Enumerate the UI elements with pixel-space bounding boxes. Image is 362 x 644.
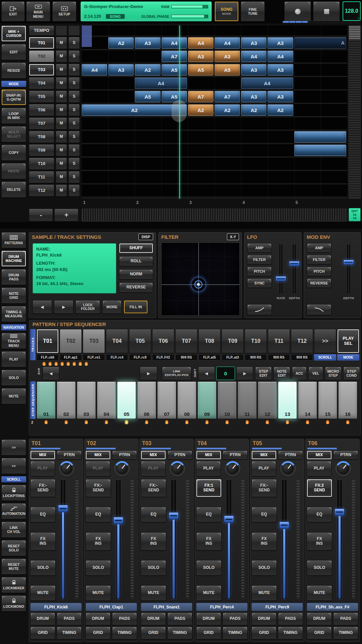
pattern-slot-t01[interactable]: T01 xyxy=(37,329,59,353)
solo-button-t09[interactable]: S xyxy=(68,144,80,156)
side-timing-measure[interactable]: TIMING & MEASURE xyxy=(1,306,26,322)
pads-button[interactable]: PADS xyxy=(278,612,303,625)
reverse-button[interactable]: REVERSE xyxy=(119,282,153,292)
ptrn-button[interactable]: PTRN xyxy=(112,450,137,460)
solo-button-t07[interactable]: S xyxy=(68,117,80,129)
mix-side-reset-solo[interactable]: RESET SOLO xyxy=(1,540,26,556)
arrangement-clip-a7[interactable]: A7 xyxy=(162,51,187,62)
arrangement-clip-a5[interactable]: A5 xyxy=(215,64,240,75)
arr-tool-resize[interactable]: RESIZE xyxy=(1,62,26,78)
mod-env-shape-button[interactable] xyxy=(307,304,331,315)
normalize-button[interactable]: NORM xyxy=(119,269,153,279)
arr-tool-snap-in-g-qntm[interactable]: SNAP-IN: G-QNTM xyxy=(1,89,26,105)
arr-tool-delete[interactable]: DELETE xyxy=(1,181,26,198)
channel-fader[interactable] xyxy=(56,478,82,601)
side-patterns[interactable]: PATTERNS xyxy=(1,232,26,248)
eq-button[interactable]: EQ xyxy=(307,507,332,522)
grid-button[interactable]: GRID xyxy=(141,627,166,639)
mute-button-t01[interactable]: M xyxy=(56,37,67,49)
shift-next-button[interactable]: ▶ xyxy=(236,367,253,380)
mute-button-t11[interactable]: M xyxy=(56,171,67,183)
side-solo[interactable]: SOLO xyxy=(1,370,26,386)
mix-side-lockptrns[interactable]: LOCKPTRNS xyxy=(1,485,26,501)
pattern-slot-t12[interactable]: T12 xyxy=(291,329,313,353)
track-label-t12[interactable]: T12 xyxy=(29,184,54,197)
ptrn-button[interactable]: PTRN xyxy=(167,450,192,460)
track-label-t04[interactable]: T04 xyxy=(29,77,54,89)
channel-fader[interactable] xyxy=(111,478,137,601)
pattern-slot-t08[interactable]: T08 xyxy=(198,329,221,353)
arrangement-clip-a2[interactable]: A2 xyxy=(241,104,266,116)
lfo-rate-slider[interactable] xyxy=(275,244,287,294)
arrangement-clip-a5[interactable]: A5 xyxy=(162,91,187,102)
arrangement-vertical-scrollbar[interactable] xyxy=(349,25,361,199)
side-drum-machine[interactable]: DRUM MACHINE xyxy=(1,251,26,267)
side-note-grid[interactable]: NOTE GRID xyxy=(1,287,26,304)
step-pad-06[interactable]: 06 xyxy=(137,381,156,419)
channel-fader[interactable] xyxy=(166,478,192,601)
volume-knob[interactable] xyxy=(59,461,74,476)
side-drum-pads[interactable]: DRUM PADS xyxy=(1,269,26,285)
mute-button-t04[interactable]: M xyxy=(56,77,67,89)
arrangement-clip-a4[interactable]: A4 xyxy=(241,77,293,89)
solo-button[interactable]: SOLO xyxy=(30,560,56,576)
side-mute[interactable]: MUTE xyxy=(1,388,26,404)
pattern-slot-t10[interactable]: T10 xyxy=(245,329,267,353)
play-button[interactable]: PLAY xyxy=(307,461,331,476)
roll-button[interactable]: ROLL xyxy=(119,256,153,266)
next-sample-button[interactable]: ▶ xyxy=(54,300,73,314)
fx-ins-button[interactable]: FX INS xyxy=(196,532,222,550)
arrangement-zoom-scrollbar[interactable] xyxy=(82,209,347,221)
pattern-slot-t11[interactable]: T11 xyxy=(268,329,290,353)
arrangement-clip-a3[interactable]: A3 xyxy=(267,64,293,75)
arrangement-clip-a3[interactable]: A3 xyxy=(267,37,293,49)
lfo-sync-button[interactable]: SYNC xyxy=(247,278,272,288)
setup-button[interactable]: SETUP xyxy=(52,1,76,21)
pattern-slot-t09[interactable]: T09 xyxy=(222,329,244,353)
mute-button-t10[interactable]: M xyxy=(56,158,67,170)
solo-button[interactable]: SOLO xyxy=(85,560,111,576)
main-menu-button[interactable]: MAIN MENU xyxy=(26,1,50,21)
velocity-button[interactable]: VEL xyxy=(308,367,323,380)
arrangement-clip-a2[interactable]: A2 xyxy=(82,104,187,116)
volume-knob[interactable] xyxy=(170,461,185,476)
arrangement-clip-a4[interactable]: A4 xyxy=(241,51,266,62)
tempo-label[interactable]: TEMPO xyxy=(29,25,54,36)
mix-button[interactable]: MIX xyxy=(307,450,332,460)
lfo-depth-slider[interactable] xyxy=(289,244,300,294)
track-label-t08[interactable]: T08 xyxy=(29,131,54,143)
grid-button[interactable]: GRID xyxy=(196,627,221,639)
grid-button[interactable]: GRID xyxy=(85,627,111,639)
grid-button[interactable]: GRID xyxy=(307,627,332,639)
track-label-t09[interactable]: T09 xyxy=(29,144,54,156)
arr-tool-mrk-cursor[interactable]: MRK + CURSOR xyxy=(1,25,26,42)
step-pad-11[interactable]: 11 xyxy=(238,381,257,419)
timing-button[interactable]: TIMING xyxy=(57,627,82,639)
arrangement-clip[interactable] xyxy=(294,131,346,143)
mod-env-depth-slider[interactable] xyxy=(343,244,354,294)
mute-button-t12[interactable]: M xyxy=(56,184,67,197)
lfo-waveform-button[interactable] xyxy=(247,304,272,315)
mix-side-[interactable]: >> xyxy=(1,439,26,455)
solo-button-t06[interactable]: S xyxy=(68,104,80,116)
pads-button[interactable]: PADS xyxy=(112,612,137,625)
solo-button-t01[interactable]: S xyxy=(68,37,80,49)
track-label-t01[interactable]: T01 xyxy=(29,37,54,49)
mute-button[interactable]: MUTE xyxy=(85,585,111,601)
lock-folder-button[interactable]: LOCK FOLDER xyxy=(75,300,100,314)
prev-sample-button[interactable]: ◀ xyxy=(33,300,52,314)
arr-tool-edit[interactable]: EDIT xyxy=(1,44,26,60)
pattern-slot-t05[interactable]: T05 xyxy=(129,329,151,353)
step-cond-button[interactable]: STEP COND xyxy=(343,367,360,380)
record-button[interactable] xyxy=(284,1,311,21)
link-edit-play-pos-button[interactable]: LINK EDIT/PLAY-POS xyxy=(162,367,191,380)
fx-send-button[interactable]: FX:2 SEND xyxy=(307,479,332,497)
arrangement-clip-a4[interactable]: A4 xyxy=(188,37,214,49)
arrangement-clip-a3[interactable]: A3 xyxy=(241,91,266,102)
play-button[interactable]: PLAY xyxy=(141,461,166,476)
ptrn-button[interactable]: PTRN xyxy=(223,450,248,460)
play-button[interactable]: PLAY xyxy=(251,461,276,476)
eq-button[interactable]: EQ xyxy=(85,507,111,522)
shift-prev-button[interactable]: ◀ xyxy=(198,367,215,380)
fx-ins-button[interactable]: FX INS xyxy=(251,532,277,550)
